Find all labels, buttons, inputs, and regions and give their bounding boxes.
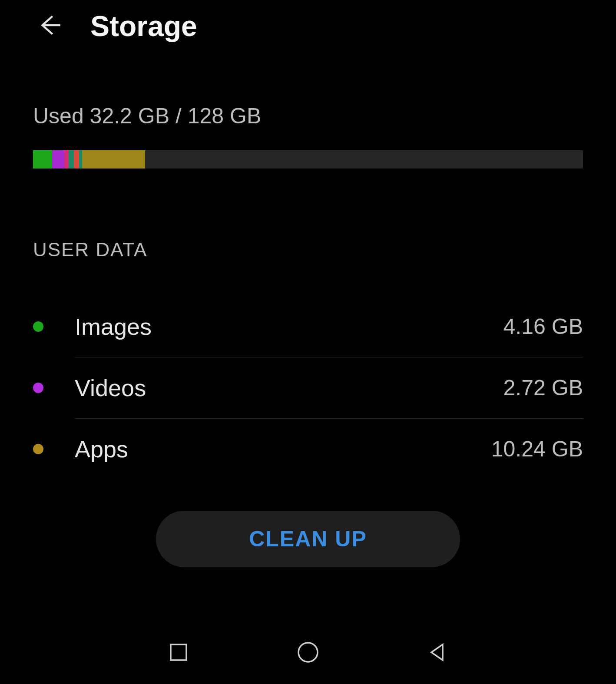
category-color-dot [33, 321, 43, 332]
category-color-dot [33, 383, 43, 393]
circle-icon [297, 641, 319, 665]
category-row[interactable]: Videos2.72 GB [33, 357, 583, 418]
usage-segment [74, 150, 79, 169]
nav-recent-button[interactable] [166, 641, 191, 666]
back-button[interactable] [34, 11, 64, 41]
nav-back-button[interactable] [425, 641, 450, 666]
cleanup-button[interactable]: CLEAN UP [156, 511, 460, 567]
section-header-user-data: USER DATA [0, 239, 616, 261]
triangle-left-icon [427, 642, 448, 664]
usage-segment [69, 150, 73, 169]
arrow-left-icon [36, 12, 63, 40]
category-name: Images [75, 313, 503, 340]
category-size: 2.72 GB [503, 375, 583, 400]
nav-home-button[interactable] [295, 641, 321, 666]
category-name: Apps [75, 436, 491, 463]
category-row[interactable]: Apps10.24 GB [33, 419, 583, 479]
category-row[interactable]: Images4.16 GB [33, 296, 583, 357]
category-size: 10.24 GB [491, 436, 583, 462]
page-title: Storage [90, 10, 197, 43]
category-name: Videos [75, 374, 503, 401]
usage-segment [64, 150, 69, 169]
navigation-bar [0, 641, 616, 666]
usage-bar [33, 150, 583, 169]
category-size: 4.16 GB [503, 314, 583, 339]
usage-segment [52, 150, 64, 169]
svg-rect-0 [171, 644, 186, 660]
usage-segment [33, 150, 52, 169]
category-color-dot [33, 444, 43, 454]
usage-segment [82, 150, 146, 169]
square-icon [169, 643, 188, 664]
usage-summary: Used 32.2 GB / 128 GB [33, 103, 583, 129]
svg-point-1 [298, 643, 318, 662]
